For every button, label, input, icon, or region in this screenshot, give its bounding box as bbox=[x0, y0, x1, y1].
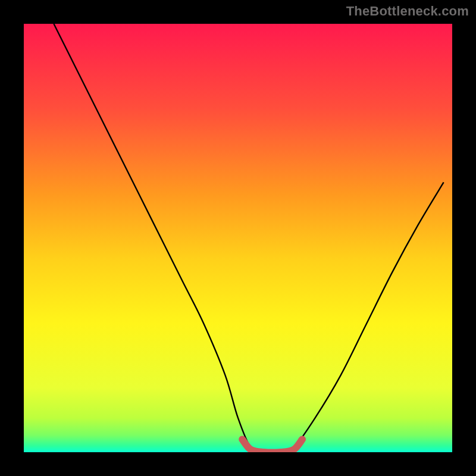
chart-svg bbox=[24, 24, 452, 452]
chart-background bbox=[24, 24, 452, 452]
plot-area bbox=[24, 24, 452, 452]
watermark-text: TheBottleneck.com bbox=[346, 4, 469, 19]
chart-frame: TheBottleneck.com bbox=[0, 0, 476, 476]
